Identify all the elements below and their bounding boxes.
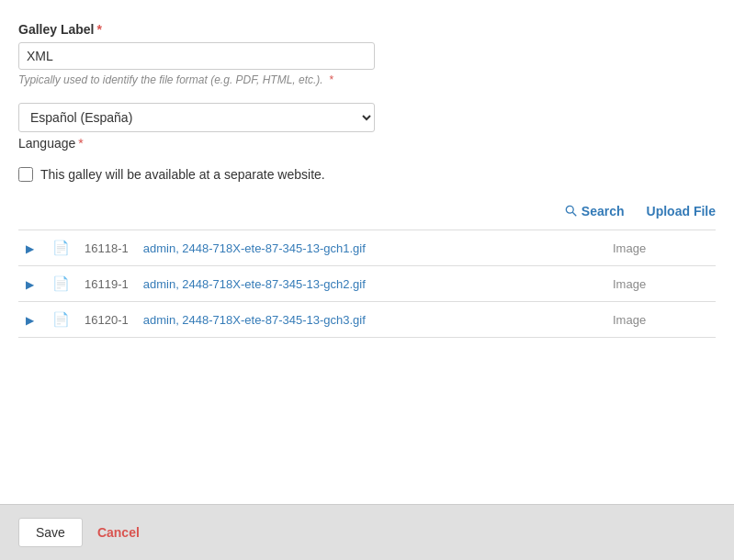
file-icon: 📄 [52, 275, 70, 291]
table-row: ▶ 📄 16119-1 admin, 2448-718X-ete-87-345-… [18, 266, 716, 302]
table-row: ▶ 📄 16118-1 admin, 2448-718X-ete-87-345-… [18, 230, 716, 266]
file-link[interactable]: admin, 2448-718X-ete-87-345-13-gch1.gif [143, 241, 366, 255]
save-label: Save [36, 525, 65, 540]
save-button[interactable]: Save [18, 518, 83, 547]
separate-website-checkbox[interactable] [18, 167, 33, 182]
language-label-text: Language [18, 136, 75, 151]
file-type: Image [613, 241, 646, 255]
files-toolbar: Search Upload File [18, 204, 716, 226]
file-link[interactable]: admin, 2448-718X-ete-87-345-13-gch3.gif [143, 313, 366, 327]
required-star-label: * [96, 22, 101, 37]
language-select[interactable]: Español (España) English Français Deutsc… [18, 103, 375, 132]
cancel-label: Cancel [97, 525, 140, 540]
search-button[interactable]: Search [565, 204, 625, 218]
main-content: Galley Label* Typically used to identify… [0, 0, 734, 504]
footer: Save Cancel [0, 504, 734, 560]
file-type: Image [613, 313, 646, 327]
language-group: Español (España) English Français Deutsc… [18, 103, 716, 151]
galley-label-text: Galley Label [18, 22, 94, 37]
expand-button[interactable]: ▶ [22, 278, 38, 291]
svg-line-1 [572, 212, 576, 216]
galley-label-heading: Galley Label* [18, 22, 716, 37]
checkbox-label[interactable]: This galley will be available at a separ… [40, 167, 325, 182]
language-label-row: Language* [18, 136, 716, 151]
svg-point-0 [566, 206, 573, 213]
file-link[interactable]: admin, 2448-718X-ete-87-345-13-gch2.gif [143, 277, 366, 291]
file-id: 16118-1 [85, 241, 129, 255]
expand-button[interactable]: ▶ [22, 314, 38, 327]
table-row: ▶ 📄 16120-1 admin, 2448-718X-ete-87-345-… [18, 302, 716, 338]
cancel-button[interactable]: Cancel [97, 525, 140, 540]
required-star-language: * [78, 136, 83, 151]
file-id: 16120-1 [85, 313, 129, 327]
files-table: ▶ 📄 16118-1 admin, 2448-718X-ete-87-345-… [18, 230, 716, 338]
galley-hint: Typically used to identify the file form… [18, 73, 375, 86]
galley-label-input[interactable] [18, 42, 375, 70]
galley-hint-text: Typically used to identify the file form… [18, 73, 323, 86]
galley-label-group: Galley Label* Typically used to identify… [18, 22, 716, 86]
file-icon: 📄 [52, 240, 70, 255]
files-section: Search Upload File ▶ 📄 16118-1 admin, 24… [18, 204, 716, 338]
file-icon: 📄 [52, 311, 70, 327]
required-star-hint: * [329, 73, 333, 86]
upload-file-button[interactable]: Upload File [647, 204, 716, 218]
search-label: Search [582, 204, 625, 218]
upload-label: Upload File [647, 204, 716, 218]
file-id: 16119-1 [85, 277, 129, 291]
search-icon [565, 205, 578, 218]
file-type: Image [613, 277, 646, 291]
expand-button[interactable]: ▶ [22, 242, 38, 255]
checkbox-group: This galley will be available at a separ… [18, 167, 716, 182]
